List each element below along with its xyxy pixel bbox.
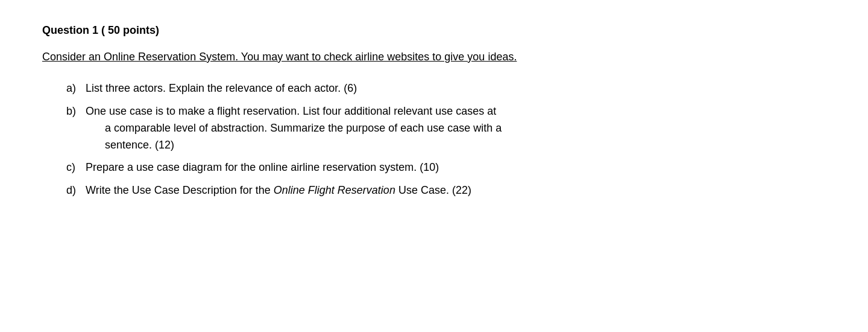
sub-question-c: c) Prepare a use case diagram for the on… xyxy=(66,159,826,176)
sub-question-d-text-before-italic: Write the Use Case Description for the xyxy=(86,184,274,196)
sub-question-b-content: One use case is to make a flight reserva… xyxy=(86,103,826,154)
sub-question-d-text-after-italic: Use Case. (22) xyxy=(395,184,471,196)
sub-question-d: d) Write the Use Case Description for th… xyxy=(66,182,826,199)
sub-question-c-text: Prepare a use case diagram for the onlin… xyxy=(86,159,826,176)
sub-question-d-text-italic: Online Flight Reservation xyxy=(274,184,395,196)
question-header: Question 1 ( 50 points) xyxy=(42,24,826,37)
sub-question-b-line1: One use case is to make a flight reserva… xyxy=(86,103,826,120)
sub-question-d-label: d) xyxy=(66,182,86,199)
sub-question-a-label: a) xyxy=(66,80,86,97)
sub-question-d-text: Write the Use Case Description for the O… xyxy=(86,182,826,199)
sub-question-a-text: List three actors. Explain the relevance… xyxy=(86,80,826,97)
sub-question-c-label: c) xyxy=(66,159,86,176)
sub-question-a: a) List three actors. Explain the releva… xyxy=(66,80,826,97)
intro-text: Consider an Online Reservation System. Y… xyxy=(42,49,796,66)
sub-question-b: b) One use case is to make a flight rese… xyxy=(66,103,826,154)
sub-questions-list: a) List three actors. Explain the releva… xyxy=(42,80,826,199)
page-container: Question 1 ( 50 points) Consider an Onli… xyxy=(0,0,868,332)
sub-question-b-line3: sentence. (12) xyxy=(86,137,826,154)
sub-question-b-line2: a comparable level of abstraction. Summa… xyxy=(86,120,826,137)
sub-question-b-label: b) xyxy=(66,103,86,120)
